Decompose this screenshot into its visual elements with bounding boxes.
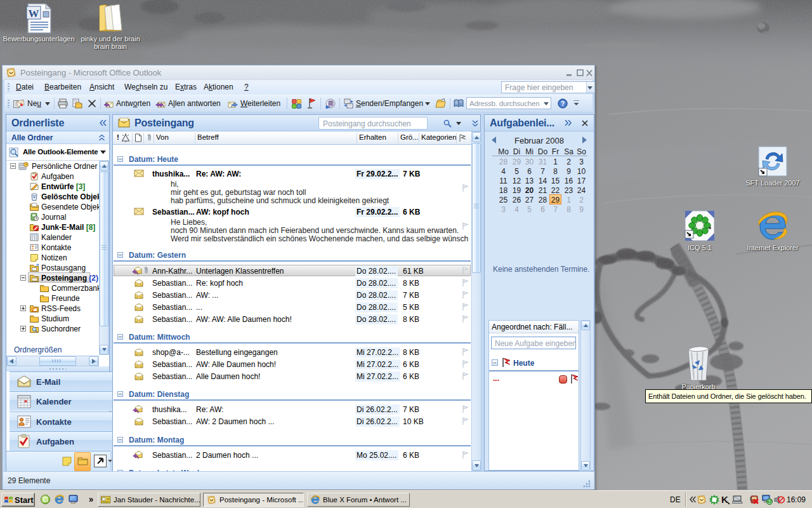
svg-text:K: K bbox=[721, 495, 728, 505]
svg-text:?: ? bbox=[561, 100, 565, 107]
svg-text:W: W bbox=[29, 8, 39, 20]
